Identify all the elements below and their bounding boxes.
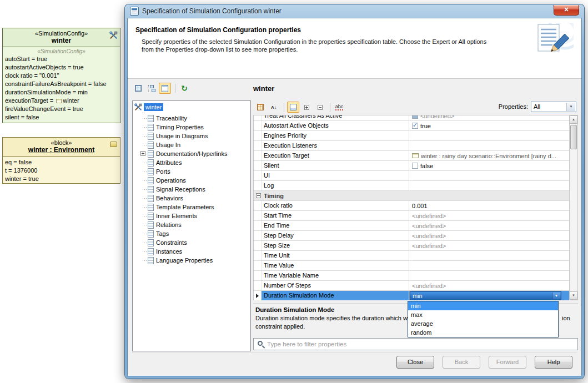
refresh-button[interactable]: ↻ — [178, 83, 190, 94]
property-row-treat-all-classifiers-as-active[interactable]: Treat All Classifiers As Active<undefine… — [254, 115, 569, 121]
property-row-time-variable-name[interactable]: Time Variable Name — [254, 271, 569, 281]
show-description-button[interactable] — [287, 102, 299, 113]
tree-item-tags[interactable]: Tags — [140, 229, 250, 238]
property-row-execution-listeners[interactable]: Execution Listeners — [254, 141, 569, 151]
class-property-line: fireValueChangeEvent = true — [3, 105, 120, 113]
tree-item-timing-properties[interactable]: Timing Properties — [140, 123, 250, 132]
tree-item-behaviors[interactable]: Behaviors — [140, 194, 250, 203]
tree-item-operations[interactable]: Operations — [140, 176, 250, 185]
row-gutter — [254, 261, 262, 270]
tree-item-ports[interactable]: Ports — [140, 167, 250, 176]
search-icon — [258, 341, 263, 346]
tree-item-label: Language Properties — [156, 257, 213, 264]
tree-item-constraints[interactable]: Constraints — [140, 238, 250, 247]
tree-item-traceability[interactable]: Traceability — [140, 114, 250, 123]
property-value — [409, 141, 569, 150]
property-row-duration-simulation-mode[interactable]: Duration Simulation Modemin — [254, 291, 569, 300]
close-window-button[interactable] — [554, 5, 579, 16]
simulation-config-class-box[interactable]: «SimulationConfig» winter «SimulationCon… — [2, 28, 120, 123]
duration-simulation-mode-combo[interactable]: min — [410, 291, 561, 300]
toolbar-separator — [330, 103, 330, 112]
tree-item-label: Ports — [156, 168, 170, 175]
class-property-line: constraintFailureAsBreakpoint = false — [3, 80, 120, 88]
block-stereotype: «block» — [4, 139, 119, 146]
block-header: «block» winter : Environment — [3, 138, 120, 157]
collapse-group-icon[interactable] — [256, 193, 261, 198]
tree-item-label: Template Parameters — [156, 204, 214, 210]
scroll-up-icon[interactable] — [570, 115, 577, 124]
collapse-nodes-button[interactable] — [314, 102, 326, 113]
property-name: Treat All Classifiers As Active — [262, 115, 409, 120]
property-row-log[interactable]: Log — [254, 181, 569, 191]
dropdown-option-min[interactable]: min — [408, 301, 558, 310]
row-gutter — [254, 221, 262, 230]
property-row-silent[interactable]: Silentfalse — [254, 161, 569, 171]
vertical-scrollbar[interactable] — [569, 115, 578, 300]
tree-item-icon — [148, 150, 154, 158]
expand-nodes-button[interactable] — [300, 102, 313, 113]
tree-item-language-properties[interactable]: Language Properties — [140, 256, 250, 265]
property-row-time-unit[interactable]: Time Unit — [254, 251, 569, 261]
property-value — [409, 251, 569, 260]
property-row-time-value[interactable]: Time Value — [254, 261, 569, 271]
tree-root-winter[interactable]: winter — [133, 101, 250, 111]
scrollbar-thumb[interactable] — [570, 125, 577, 149]
property-row-autostart-active-objects[interactable]: Autostart Active Objectstrue — [254, 121, 569, 131]
property-row-start-time[interactable]: Start Time<undefined> — [254, 211, 569, 221]
categorized-view-button[interactable] — [254, 102, 267, 113]
check-spelling-button[interactable]: abc — [333, 102, 345, 113]
property-row-step-size[interactable]: Step Size<undefined> — [254, 241, 569, 251]
checkbox-icon[interactable] — [412, 163, 418, 169]
property-value: <undefined> — [409, 211, 569, 220]
footer-separator — [132, 352, 577, 353]
checkbox-icon[interactable] — [412, 123, 418, 129]
table-view-button[interactable] — [132, 83, 144, 94]
block-class-box[interactable]: «block» winter : Environment eq = falset… — [2, 137, 120, 184]
dropdown-option-random[interactable]: random — [408, 328, 558, 337]
tree-item-icon — [148, 124, 154, 131]
tree-item-label: Operations — [156, 177, 186, 184]
property-name: Step Size — [262, 241, 409, 250]
row-gutter — [254, 201, 262, 210]
form-view-button[interactable] — [159, 83, 171, 94]
dropdown-option-average[interactable]: average — [408, 319, 558, 328]
scroll-down-icon[interactable] — [570, 291, 577, 300]
toolbar-separator — [284, 103, 284, 112]
close-button[interactable]: Close — [396, 356, 434, 369]
help-button[interactable]: Help — [535, 356, 572, 369]
property-name: Time Variable Name — [262, 271, 409, 280]
filter-input[interactable] — [267, 340, 567, 349]
tree-item-instances[interactable]: Instances — [140, 247, 250, 256]
tree-item-relations[interactable]: Relations — [140, 220, 250, 229]
tree-item-documentation-hyperlinks[interactable]: Documentation/Hyperlinks — [140, 149, 250, 158]
property-row-ui[interactable]: UI — [254, 171, 569, 181]
tree-item-attributes[interactable]: Attributes — [140, 158, 250, 167]
property-row-execution-target[interactable]: Execution Targetwinter : rainy day scena… — [254, 151, 569, 161]
property-row-end-time[interactable]: End Time<undefined> — [254, 221, 569, 231]
tree-item-signal-receptions[interactable]: Signal Receptions — [140, 185, 250, 194]
tree-item-inner-elements[interactable]: Inner Elements — [140, 211, 250, 220]
property-row-engines-priority[interactable]: Engines Priority — [254, 131, 569, 141]
tree-item-template-parameters[interactable]: Template Parameters — [140, 203, 250, 211]
group-row-timing[interactable]: Timing — [254, 191, 569, 201]
dialog-titlebar[interactable]: Specification of Simulation Configuratio… — [125, 4, 584, 18]
tree-item-usage-in[interactable]: Usage In — [140, 140, 250, 149]
tree-item-icon — [148, 186, 154, 193]
tree-item-label: Attributes — [156, 159, 182, 166]
checkbox-icon[interactable] — [412, 115, 418, 119]
properties-mode-select[interactable]: All — [531, 102, 576, 112]
tree-view-button[interactable] — [145, 83, 158, 94]
property-row-step-delay[interactable]: Step Delay<undefined> — [254, 231, 569, 241]
show-description-icon — [290, 104, 296, 110]
value-text: <undefined> — [412, 283, 446, 289]
tree-item-usage-in-diagrams[interactable]: Usage in Diagrams — [140, 132, 250, 140]
class-property-line: winter = true — [3, 175, 120, 183]
property-row-clock-ratio[interactable]: Clock ratio0.001 — [254, 201, 569, 211]
row-gutter — [254, 241, 262, 250]
expander-icon[interactable] — [140, 151, 145, 156]
property-row-number-of-steps[interactable]: Number Of Steps<undefined> — [254, 281, 569, 291]
dropdown-option-max[interactable]: max — [408, 310, 558, 319]
sort-alphabetically-button[interactable]: A↓ — [268, 102, 280, 113]
combo-value: min — [413, 293, 423, 299]
row-gutter — [254, 151, 262, 160]
